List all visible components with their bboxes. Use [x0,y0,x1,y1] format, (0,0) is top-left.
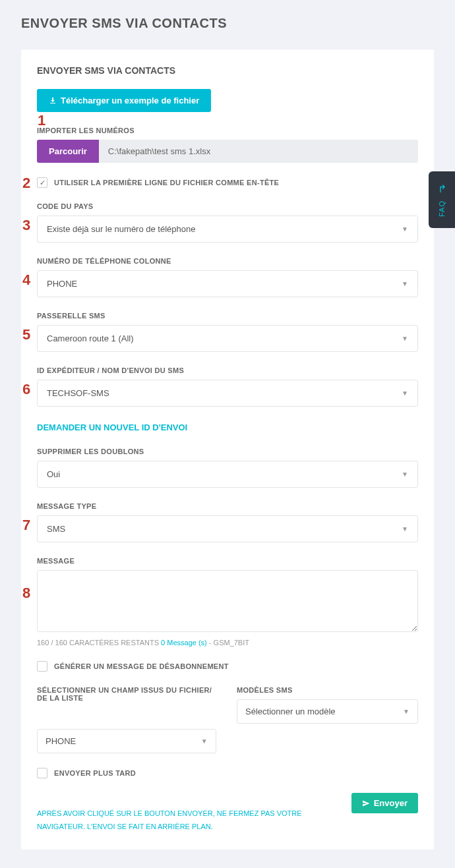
file-path-display: C:\fakepath\test sms 1.xlsx [99,140,418,163]
message-type-select[interactable]: SMS ▼ [37,515,418,542]
page-title: ENVOYER SMS VIA CONTACTS [21,16,434,31]
message-label: MESSAGE [37,557,418,565]
template-value: Sélectionner un modèle [245,707,336,716]
chevron-down-icon: ▼ [402,471,408,478]
form-card: ENVOYER SMS VIA CONTACTS Télécharger un … [21,49,434,850]
share-icon: ↱ [438,183,446,195]
chevron-down-icon: ▼ [201,738,208,745]
send-later-label: ENVOYER PLUS TARD [54,769,136,777]
unsubscribe-label: GÉNÉRER UN MESSAGE DE DÉSABONNEMENT [54,662,229,670]
step-marker-7: 7 [22,517,30,534]
step-marker-5: 5 [22,326,30,343]
sender-id-value: TECHSOF-SMS [47,388,109,398]
import-numbers-label: IMPORTER LES NUMÉROS [37,127,418,134]
faq-label: FAQ [438,200,446,217]
country-code-select[interactable]: Existe déjà sur le numéro de téléphone ▼ [37,216,418,243]
page-container: ENVOYER SMS VIA CONTACTS ENVOYER SMS VIA… [0,0,455,865]
send-button-label: Envoyer [374,798,408,808]
download-sample-label: Télécharger un exemple de fichier [61,96,199,105]
sender-id-select[interactable]: TECHSOF-SMS ▼ [37,380,418,407]
gateway-label: PASSERELLE SMS [37,312,418,320]
phone-column-label: NUMÉRO DE TÉLÉPHONE COLONNE [37,257,418,265]
chevron-down-icon: ▼ [402,225,408,233]
dedupe-select[interactable]: Oui ▼ [37,461,418,488]
unsubscribe-checkbox[interactable] [37,661,47,672]
chevron-down-icon: ▼ [402,280,408,287]
dedupe-label: SUPPRIMER LES DOUBLONS [37,448,418,455]
card-title: ENVOYER SMS VIA CONTACTS [37,65,418,76]
template-label: MODÈLES SMS [237,686,418,694]
faq-tab[interactable]: ↱ FAQ [429,171,455,228]
chevron-down-icon: ▼ [402,335,408,342]
download-sample-button[interactable]: Télécharger un exemple de fichier [37,89,211,112]
browse-label: Parcourir [49,146,87,156]
use-header-checkbox[interactable] [37,177,47,188]
template-select[interactable]: Sélectionner un modèle ▼ [237,699,418,724]
phone-column-value: PHONE [47,279,77,289]
step-marker-2: 2 [22,175,30,192]
step-marker-1: 1 [38,112,46,129]
chevron-down-icon: ▼ [403,708,410,715]
request-sender-id-link[interactable]: DEMANDER UN NOUVEL ID D'ENVOI [37,422,187,432]
send-button[interactable]: Envoyer [351,793,418,813]
field-select-value: PHONE [46,736,76,746]
step-marker-4: 4 [22,272,30,289]
gateway-value: Cameroon route 1 (All) [47,333,134,343]
step-marker-8: 8 [22,585,30,602]
send-later-checkbox[interactable] [37,768,47,778]
country-code-value: Existe déjà sur le numéro de téléphone [47,224,195,234]
step-marker-6: 6 [22,381,30,398]
char-counter: 160 / 160 CARACTÈRES RESTANTS 0 Message … [37,639,418,647]
phone-column-select[interactable]: PHONE ▼ [37,270,418,297]
chevron-down-icon: ▼ [402,525,408,533]
message-type-value: SMS [47,524,65,534]
gateway-select[interactable]: Cameroon route 1 (All) ▼ [37,325,418,352]
country-code-label: CODE DU PAYS [37,202,418,210]
browse-button[interactable]: Parcourir [37,140,99,163]
dedupe-value: Oui [47,469,60,479]
download-icon [49,97,57,105]
message-textarea[interactable] [37,570,418,632]
message-type-label: MESSAGE TYPE [37,502,418,510]
step-marker-3: 3 [22,217,30,234]
chevron-down-icon: ▼ [402,390,408,397]
field-select[interactable]: PHONE ▼ [37,729,216,753]
use-header-label: UTILISER LA PREMIÈRE LIGNE DU FICHIER CO… [54,179,279,187]
sender-id-label: ID EXPÉDITEUR / NOM D'ENVOI DU SMS [37,366,418,374]
field-select-label: SÉLECTIONNER UN CHAMP ISSUS DU FICHIER/ … [37,686,218,702]
paper-plane-icon [362,799,370,807]
